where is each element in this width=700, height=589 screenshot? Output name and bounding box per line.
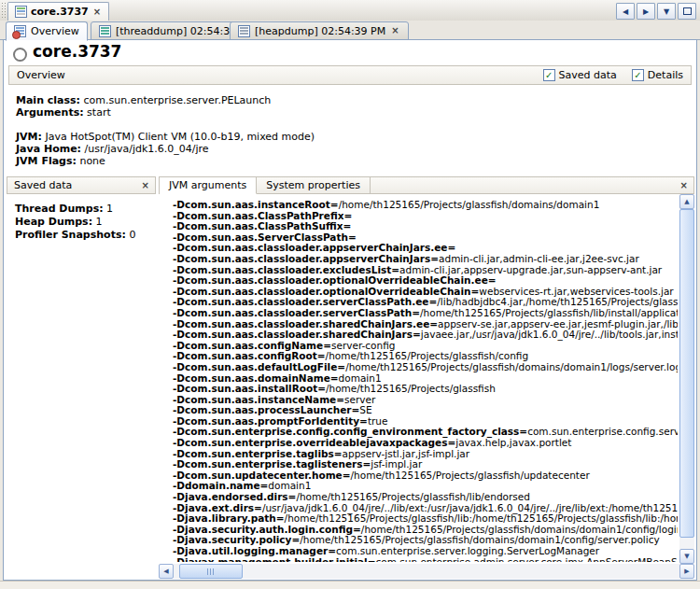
window-controls: ◀ ▶ ▼ — [616, 3, 696, 20]
maximize-button[interactable] — [678, 3, 696, 20]
jvm-argument: -Djavax.management.builder.initial=com.s… — [173, 557, 678, 562]
tab-list-dropdown-button[interactable]: ▼ — [657, 3, 676, 20]
saved-data-body: Thread Dumps: 1 Heap Dumps: 1 Profiler S… — [7, 194, 156, 242]
horizontal-scrollbar-thumb[interactable] — [179, 564, 243, 579]
details-panel-header: JVM arguments System properties × — [159, 176, 694, 194]
jvm-arguments-list: -Dcom.sun.aas.instanceRoot=/home/th12516… — [173, 200, 678, 562]
scroll-tabs-left-button[interactable]: ◀ — [616, 3, 635, 20]
scroll-tabs-right-button[interactable]: ▶ — [637, 3, 655, 20]
details-checkbox[interactable]: ✓ Details — [632, 69, 683, 81]
status-strip — [0, 581, 700, 589]
info-arguments: Arguments: start — [16, 106, 315, 119]
saved-data-panel-header: Saved data × — [7, 176, 156, 194]
saved-data-panel: Saved data × Thread Dumps: 1 Heap Dumps:… — [7, 176, 156, 579]
saved-data-close-icon[interactable]: × — [141, 181, 150, 190]
saved-data-checkbox[interactable]: ✓ Saved data — [543, 69, 617, 81]
document-tab-strip: core.3737 × ◀ ▶ ▼ — [0, 0, 700, 21]
dock-grip[interactable] — [1, 2, 6, 19]
threaddump-icon — [99, 25, 111, 37]
overview-options: ✓ Saved data ✓ Details — [543, 69, 691, 81]
saved-data-checkbox-label: Saved data — [559, 69, 617, 81]
vertical-scrollbar[interactable]: ▲ ▼ — [679, 194, 694, 564]
tab-close-icon[interactable]: × — [92, 7, 102, 17]
thumb-grip-icon — [207, 568, 215, 575]
tab-core-3737[interactable]: core.3737 × — [7, 2, 109, 21]
info-java-home: Java Home: /usr/java/jdk1.6.0_04/jre — [16, 143, 315, 155]
overview-section-title: Overview — [9, 69, 543, 81]
info-jvm: JVM: Java HotSpot(TM) Client VM (10.0-b1… — [16, 131, 315, 143]
tab-heapdump-close-icon[interactable]: × — [390, 26, 399, 35]
jvm-arguments-body: -Dcom.sun.aas.instanceRoot=/home/th12516… — [159, 194, 694, 579]
saved-data-thread-dumps: Thread Dumps: 1 — [15, 203, 156, 216]
horizontal-scrollbar[interactable]: ◀ ▶ — [159, 564, 694, 579]
overview-icon — [14, 25, 26, 37]
vertical-scrollbar-thumb[interactable] — [679, 209, 694, 538]
scroll-up-button[interactable]: ▲ — [679, 194, 694, 209]
heapdump-icon — [238, 25, 250, 37]
overview-info-block: Main class: com.sun.enterprise.server.PE… — [16, 94, 315, 167]
scroll-right-button[interactable]: ▶ — [679, 564, 694, 579]
saved-data-panel-title: Saved data — [7, 179, 141, 191]
overview-view: core.3737 Overview ✓ Saved data ✓ Detail… — [3, 39, 697, 581]
checkbox-checked-icon: ✓ — [543, 69, 555, 81]
details-panel: JVM arguments System properties × -Dcom.… — [159, 176, 694, 579]
page-title: core.3737 — [33, 42, 121, 61]
core-dump-icon — [15, 6, 27, 18]
view-tab-strip: Overview [threaddump] 02:54:31 PM × [hea… — [0, 21, 700, 40]
overview-section-header: Overview ✓ Saved data ✓ Details — [8, 65, 692, 85]
tab-heapdump-label: [heapdump] 02:54:39 PM — [255, 25, 385, 37]
saved-data-profiler-snapshots: Profiler Snapshots: 0 — [15, 229, 156, 242]
saved-data-heap-dumps: Heap Dumps: 1 — [15, 216, 156, 229]
details-checkbox-label: Details — [648, 69, 683, 81]
tab-jvm-arguments[interactable]: JVM arguments — [160, 177, 257, 194]
visualvm-window: { "titlebar": { "document_tab": "core.37… — [0, 0, 700, 589]
tab-heapdump[interactable]: [heapdump] 02:54:39 PM × — [230, 21, 409, 40]
scroll-down-button[interactable]: ▼ — [679, 549, 694, 564]
info-jvm-flags: JVM Flags: none — [16, 155, 315, 167]
tab-system-properties[interactable]: System properties — [257, 177, 371, 193]
tab-core-3737-label: core.3737 — [31, 6, 89, 18]
tab-overview-label: Overview — [31, 25, 79, 37]
info-main-class: Main class: com.sun.enterprise.server.PE… — [16, 94, 315, 106]
details-panel-close-icon[interactable]: × — [679, 181, 689, 190]
coredump-ring-icon — [13, 48, 27, 62]
scroll-left-button[interactable]: ◀ — [159, 564, 174, 579]
tab-overview[interactable]: Overview — [6, 21, 88, 41]
maximize-icon — [683, 7, 692, 15]
checkbox-checked-icon: ✓ — [632, 69, 644, 81]
